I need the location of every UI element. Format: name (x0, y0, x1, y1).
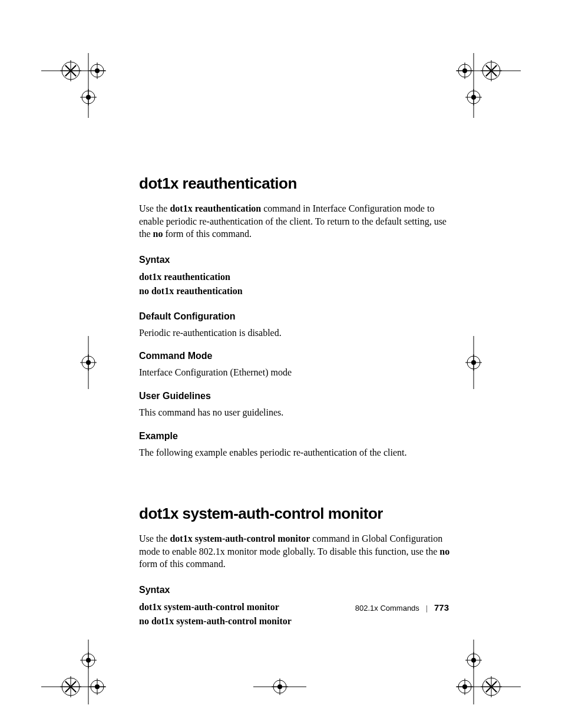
user-guidelines-heading: User Guidelines (139, 391, 451, 401)
svg-point-10 (95, 68, 100, 73)
svg-point-34 (86, 360, 91, 365)
svg-point-25 (462, 68, 467, 73)
syntax-line-1: dot1x reauthentication (139, 270, 451, 284)
syntax-heading-2: Syntax (139, 585, 451, 595)
crop-mark-mid-right (456, 336, 521, 389)
section-heading-2: dot1x system-auth-control monitor (139, 505, 451, 523)
footer-section-label: 802.1x Commands (355, 604, 419, 612)
default-config-text: Periodic re-authentication is disabled. (139, 327, 451, 340)
crop-mark-bottom-left (41, 640, 106, 704)
example-text: The following example enables periodic r… (139, 446, 451, 459)
command-mode-heading: Command Mode (139, 351, 451, 361)
svg-point-14 (86, 95, 91, 100)
crop-mark-top-left (41, 53, 106, 118)
no-keyword: no (439, 546, 449, 556)
intro-text: form of this command. (163, 229, 252, 239)
page-number: 773 (434, 602, 449, 612)
example-heading: Example (139, 431, 451, 442)
syntax-line-2-2: no dot1x system-auth-control monitor (139, 614, 451, 628)
no-keyword: no (153, 229, 163, 239)
footer-separator: | (426, 604, 428, 612)
crop-mark-bottom-center (253, 640, 306, 704)
section2-intro: Use the dot1x system-auth-control monito… (139, 532, 451, 571)
command-name: dot1x system-auth-control monitor (170, 533, 310, 543)
page-footer: 802.1x Commands | 773 (355, 602, 449, 613)
svg-point-74 (277, 684, 282, 689)
svg-point-65 (462, 684, 467, 689)
intro-text: form of this command. (139, 559, 226, 569)
command-mode-text: Interface Configuration (Ethernet) mode (139, 366, 451, 379)
svg-point-39 (471, 360, 476, 365)
crop-mark-bottom-right (456, 640, 521, 704)
command-name: dot1x reauthentication (170, 203, 261, 213)
intro-text: Use the (139, 533, 170, 543)
intro-text: Use the (139, 203, 170, 213)
svg-point-54 (86, 658, 91, 663)
section-heading-1: dot1x reauthentication (139, 174, 451, 193)
svg-point-29 (471, 95, 476, 100)
syntax-line-2: no dot1x reauthentication (139, 284, 451, 298)
syntax-heading: Syntax (139, 255, 451, 265)
crop-mark-top-right (456, 53, 521, 118)
default-config-heading: Default Configuration (139, 311, 451, 322)
user-guidelines-text: This command has no user guidelines. (139, 406, 451, 419)
crop-mark-mid-left (41, 336, 106, 389)
section1-intro: Use the dot1x reauthentication command i… (139, 202, 451, 241)
svg-point-69 (471, 658, 476, 663)
svg-point-50 (95, 684, 100, 689)
